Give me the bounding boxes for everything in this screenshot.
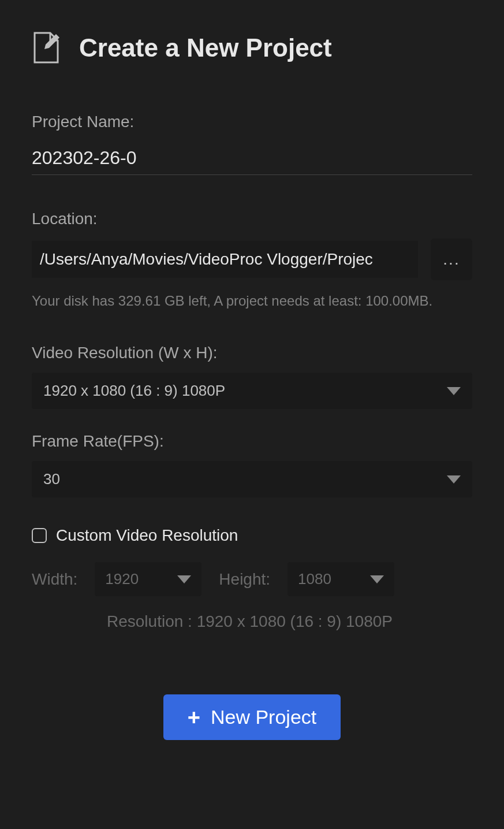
- plus-icon: +: [188, 707, 200, 728]
- disk-status-text: Your disk has 329.61 GB left, A project …: [32, 293, 472, 309]
- width-label: Width:: [32, 570, 77, 589]
- location-label: Location:: [32, 210, 472, 228]
- resolution-summary: Resolution : 1920 x 1080 (16 : 9) 1080P: [107, 612, 472, 631]
- location-input[interactable]: [32, 241, 418, 278]
- width-dropdown[interactable]: 1920: [95, 562, 201, 596]
- browse-button[interactable]: ...: [431, 239, 472, 280]
- height-value: 1080: [298, 570, 331, 588]
- chevron-down-icon: [370, 575, 384, 583]
- dialog-header: Create a New Project: [32, 32, 472, 64]
- project-name-input[interactable]: [32, 142, 472, 175]
- dialog-title: Create a New Project: [79, 34, 332, 62]
- new-project-button[interactable]: + New Project: [163, 694, 341, 740]
- video-resolution-label: Video Resolution (W x H):: [32, 344, 472, 362]
- custom-resolution-controls: Width: 1920 Height: 1080: [32, 562, 472, 596]
- custom-resolution-checkbox[interactable]: [32, 528, 47, 543]
- chevron-down-icon: [447, 387, 461, 395]
- new-project-button-label: New Project: [211, 706, 316, 728]
- file-edit-icon: [32, 32, 61, 64]
- frame-rate-value: 30: [43, 470, 60, 488]
- video-resolution-group: Video Resolution (W x H): 1920 x 1080 (1…: [32, 344, 472, 409]
- chevron-down-icon: [447, 475, 461, 484]
- video-resolution-value: 1920 x 1080 (16 : 9) 1080P: [43, 382, 225, 400]
- location-row: ...: [32, 239, 472, 280]
- project-name-group: Project Name:: [32, 113, 472, 175]
- chevron-down-icon: [177, 575, 191, 583]
- video-resolution-dropdown[interactable]: 1920 x 1080 (16 : 9) 1080P: [32, 373, 472, 409]
- frame-rate-group: Frame Rate(FPS): 30: [32, 432, 472, 497]
- frame-rate-dropdown[interactable]: 30: [32, 461, 472, 497]
- frame-rate-label: Frame Rate(FPS):: [32, 432, 472, 451]
- height-dropdown[interactable]: 1080: [288, 562, 394, 596]
- location-group: Location: ... Your disk has 329.61 GB le…: [32, 210, 472, 309]
- width-value: 1920: [105, 570, 139, 588]
- project-name-label: Project Name:: [32, 113, 472, 131]
- height-label: Height:: [219, 570, 270, 589]
- custom-resolution-row: Custom Video Resolution: [32, 526, 472, 545]
- custom-resolution-label: Custom Video Resolution: [56, 526, 238, 545]
